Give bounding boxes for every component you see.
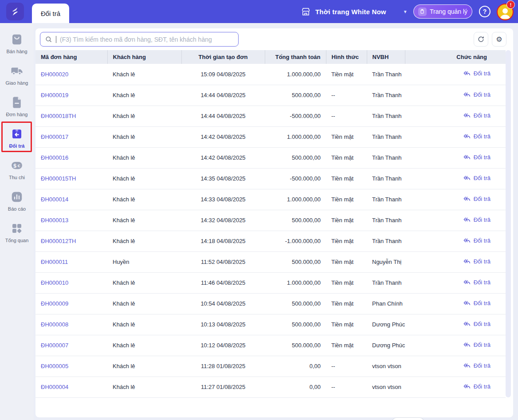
col-staff[interactable]: NVBH (367, 50, 405, 64)
staff-cell: Nguyễn Thị (367, 251, 405, 272)
return-action-button[interactable]: Đổi trả (463, 258, 491, 265)
return-action-button[interactable]: Đổi trả (463, 112, 491, 119)
store-name: Thời trang White Now (315, 8, 386, 16)
order-code-link[interactable]: ĐH000005 (41, 363, 68, 369)
created-time-cell: 14:44 04/08/2025 (181, 106, 265, 126)
delivery-truck-icon (10, 64, 24, 78)
col-customer[interactable]: Khách hàng (107, 50, 181, 64)
tab-doi-tra[interactable]: Đổi trả (32, 4, 69, 23)
sidebar-item-bao-cao[interactable]: Báo cáo (0, 185, 34, 216)
staff-cell: Dương Phúc (367, 314, 405, 335)
order-code-link[interactable]: ĐH000018TH (41, 113, 76, 119)
order-code-link[interactable]: ĐH000009 (41, 300, 68, 307)
orders-table: Mã đơn hàng Khách hàng Thời gian tạo đơn… (35, 50, 506, 398)
sidebar-item-tong-quan[interactable]: Tổng quan (0, 216, 34, 248)
sidebar-item-doi-tra[interactable]: Đổi trả (0, 122, 34, 153)
created-time-cell: 14:33 04/08/2025 (181, 189, 265, 210)
return-arrow-icon (463, 341, 471, 349)
return-arrow-icon (463, 216, 471, 224)
vertical-scrollbar[interactable] (506, 50, 511, 397)
return-action-button[interactable]: Đổi trả (463, 174, 491, 182)
return-action-button[interactable]: Đổi trả (463, 133, 491, 140)
sidebar-item-don-hang[interactable]: Đơn hàng (0, 90, 34, 122)
return-action-button[interactable]: Đổi trả (463, 383, 491, 390)
order-code-link[interactable]: ĐH000015TH (41, 175, 76, 182)
order-code-link[interactable]: ĐH000017 (41, 133, 68, 140)
order-document-icon (10, 96, 24, 109)
order-code-link[interactable]: ĐH000012TH (41, 238, 76, 244)
return-action-button[interactable]: Đổi trả (463, 237, 491, 244)
table-row: ĐH000018TH Khách lẻ 14:44 04/08/2025 -50… (35, 106, 506, 126)
return-arrow-icon (463, 279, 471, 286)
order-code-link[interactable]: ĐH000019 (41, 92, 68, 98)
return-action-button[interactable]: Đổi trả (463, 91, 491, 98)
customer-cell: Khách lẻ (107, 168, 181, 189)
search-input[interactable] (60, 36, 234, 43)
return-action-button[interactable]: Đổi trả (463, 195, 491, 203)
return-arrow-icon (463, 258, 471, 265)
table-row: ĐH000011 Huyền 11:52 04/08/2025 500.000,… (35, 251, 506, 272)
return-action-label: Đổi trả (474, 258, 491, 265)
total-payment-cell: -500.000,00 (265, 106, 326, 126)
customer-cell: Khách lẻ (107, 377, 181, 397)
return-arrow-icon (463, 91, 471, 98)
store-selector[interactable]: Thời trang White Now ▼ (301, 0, 408, 23)
return-arrow-icon (463, 174, 471, 182)
method-cell: Tiền mặt (326, 126, 367, 147)
app-logo[interactable] (6, 3, 24, 20)
topbar: Đổi trả Thời trang White Now ▼ Trang quả… (0, 0, 518, 23)
return-action-label: Đổi trả (474, 300, 491, 306)
return-action-button[interactable]: Đổi trả (463, 320, 491, 328)
order-code-link[interactable]: ĐH000007 (41, 342, 68, 349)
sidebar-item-thu-chi[interactable]: $c Thu chi (0, 153, 34, 185)
return-action-button[interactable]: Đổi trả (463, 216, 491, 224)
sidebar-item-giao-hang[interactable]: Giao hàng (0, 59, 34, 90)
return-action-button[interactable]: Đổi trả (463, 341, 491, 349)
help-button[interactable]: ? (479, 6, 491, 17)
table-row: ĐH000014 Khách lẻ 14:33 04/08/2025 1.000… (35, 189, 506, 210)
col-order-code[interactable]: Mã đơn hàng (35, 50, 107, 64)
return-arrow-icon (463, 195, 471, 203)
return-action-button[interactable]: Đổi trả (463, 299, 491, 307)
return-action-button[interactable]: Đổi trả (463, 153, 491, 161)
return-arrow-icon (463, 383, 471, 390)
return-action-label: Đổi trả (474, 70, 491, 77)
return-arrow-icon (463, 153, 471, 161)
col-created-time[interactable]: Thời gian tạo đơn (181, 50, 265, 64)
storefront-icon (301, 7, 311, 17)
sidebar-item-label: Tổng quan (5, 238, 29, 243)
col-method[interactable]: Hình thức (326, 50, 367, 64)
settings-button[interactable]: ⚙ (492, 32, 506, 47)
col-actions[interactable]: Chức năng (405, 50, 506, 64)
partial-bottom-button[interactable] (392, 417, 424, 420)
customer-cell: Khách lẻ (107, 106, 181, 126)
return-action-button[interactable]: Đổi trả (463, 362, 491, 369)
sidebar-item-label: Báo cáo (8, 206, 26, 212)
total-payment-cell: 0,00 (265, 356, 326, 377)
search-icon (45, 35, 52, 43)
table-row: ĐH000007 Khách lẻ 10:12 04/08/2025 500.0… (35, 335, 506, 356)
order-code-link[interactable]: ĐH000016 (41, 154, 68, 161)
refresh-button[interactable] (474, 32, 488, 47)
order-code-link[interactable]: ĐH000004 (41, 384, 68, 390)
staff-cell: Trần Thanh (367, 210, 405, 231)
return-action-button[interactable]: Đổi trả (463, 70, 491, 77)
order-code-link[interactable]: ĐH000010 (41, 279, 68, 286)
admin-page-button[interactable]: Trang quản lý (413, 4, 472, 19)
return-action-label: Đổi trả (474, 154, 491, 161)
return-action-button[interactable]: Đổi trả (463, 279, 491, 286)
order-code-link[interactable]: ĐH000008 (41, 321, 68, 328)
table-row: ĐH000017 Khách lẻ 14:42 04/08/2025 1.000… (35, 126, 506, 147)
col-total-payment[interactable]: Tổng thanh toán (265, 50, 326, 64)
order-code-link[interactable]: ĐH000014 (41, 196, 68, 203)
sidebar-item-ban-hang[interactable]: Bán hàng (0, 27, 34, 59)
app-logo-icon (9, 6, 21, 17)
order-code-link[interactable]: ĐH000011 (41, 259, 68, 265)
customer-cell: Khách lẻ (107, 126, 181, 147)
search-box[interactable] (40, 32, 239, 47)
created-time-cell: 11:52 04/08/2025 (181, 251, 265, 272)
order-code-link[interactable]: ĐH000020 (41, 71, 68, 78)
order-code-link[interactable]: ĐH000013 (41, 217, 68, 224)
return-action-label: Đổi trả (474, 196, 491, 202)
created-time-cell: 10:12 04/08/2025 (181, 335, 265, 356)
